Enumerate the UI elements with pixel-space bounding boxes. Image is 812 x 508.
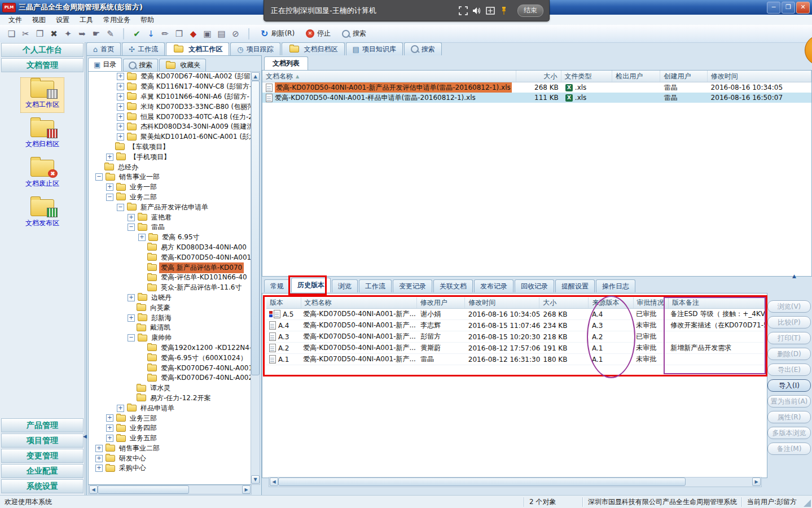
tree-item[interactable]: +采购中心 — [89, 463, 251, 474]
history-row[interactable]: A.2爱高-KD070D50-40NI-A001-新产...黄斯蔚2016-08… — [266, 343, 765, 354]
history-row[interactable]: A.1爱高-KD070D50-40NI-A001-新产...雷晶2016-08-… — [266, 354, 765, 365]
tree-item[interactable]: +业务五部 — [89, 433, 251, 444]
tree-item[interactable]: 戴清凯 — [89, 323, 251, 333]
history-column-header-审批情况[interactable]: 审批情况 — [634, 297, 669, 308]
resize-grip[interactable] — [804, 500, 811, 507]
detail-tab-历史版本[interactable]: 历史版本 — [291, 278, 331, 292]
doc-edit-icon[interactable]: ✏ — [158, 27, 172, 41]
tree-item[interactable]: +销售事业二部 — [89, 443, 251, 453]
scroll-left-icon[interactable]: ◀ — [89, 485, 98, 494]
scroll-down-icon[interactable]: ▼ — [251, 475, 260, 484]
detail-tab-提醒设置[interactable]: 提醒设置 — [555, 279, 595, 292]
fullscreen-icon[interactable] — [457, 5, 470, 17]
pointer-icon[interactable]: ☛ — [89, 27, 103, 41]
menu-item-3[interactable]: 工具 — [74, 15, 98, 25]
tree-tab-目录[interactable]: ▣目录 — [88, 58, 122, 71]
expand-plus-icon[interactable]: + — [128, 314, 135, 322]
history-column-header-修改用户[interactable]: 修改用户 — [417, 297, 465, 308]
scroll-left-icon[interactable]: ◀ — [270, 478, 278, 486]
tree-item[interactable]: −新产品开发评估申请单 — [89, 202, 251, 212]
detail-tab-浏览[interactable]: 浏览 — [332, 279, 358, 292]
doc-column-header-修改时间[interactable]: 修改时间 — [708, 71, 811, 82]
tree-horizontal-scrollbar[interactable]: ◀ ▶ — [88, 485, 252, 494]
detail-tab-变更记录[interactable]: 变更记录 — [393, 279, 432, 292]
pin-icon[interactable] — [497, 5, 511, 17]
action-button-导出(E)[interactable]: 导出(E) — [767, 364, 811, 376]
key-icon[interactable]: ✦ — [61, 27, 75, 41]
expand-plus-icon[interactable]: + — [106, 183, 113, 191]
tree-item[interactable]: −销售事业一部 — [89, 172, 251, 182]
menu-item-5[interactable]: 帮助 — [135, 15, 159, 25]
action-button-删除(D)[interactable]: 删除(D) — [767, 348, 811, 360]
doc-column-header-文档名称[interactable]: 文档名称▲ — [262, 71, 516, 82]
pen-icon[interactable]: ✎ — [103, 27, 117, 41]
expand-plus-icon[interactable]: + — [117, 83, 124, 90]
tree-hscroll-thumb[interactable] — [98, 485, 189, 494]
tree-item[interactable]: 向英豪 — [89, 303, 251, 313]
expand-plus-icon[interactable]: + — [106, 435, 113, 442]
tree-item[interactable]: −康帅帅 — [89, 333, 251, 343]
sidebar-section-变更管理[interactable]: 变更管理 — [1, 449, 84, 463]
history-column-header-版本备注[interactable]: 版本备注 — [669, 297, 765, 308]
folder-go-icon[interactable]: ➥ — [75, 27, 89, 41]
tab-工作流[interactable]: ✣工作流 — [122, 42, 165, 55]
menu-item-0[interactable]: 文件 — [3, 15, 27, 25]
tab-搜索[interactable]: 搜索 — [404, 42, 442, 55]
tree-item[interactable]: 爱高 新产品评估单-KD070 — [89, 262, 251, 273]
expand-plus-icon[interactable]: + — [106, 414, 113, 422]
tree-item[interactable]: +爱高 6.95寸 — [89, 233, 251, 243]
expand-plus-icon[interactable]: + — [95, 455, 103, 462]
doclist-scroll-up-icon[interactable]: ▲ — [792, 273, 796, 279]
collapse-minus-icon[interactable]: − — [106, 194, 113, 201]
expand-plus-icon[interactable]: + — [95, 445, 103, 452]
scroll-right-icon[interactable]: ▶ — [242, 485, 251, 494]
sidebar-item-文档发布区[interactable]: 文档发布区 — [20, 196, 64, 231]
tree-item[interactable]: −业务二部 — [89, 192, 251, 203]
tree-item[interactable]: 爱高-KD070D67-40NL-A002 — [89, 373, 251, 383]
tree-item[interactable]: +样品申请单 — [89, 403, 251, 413]
tree-item[interactable]: 爱高-6.95寸（600X1024） — [89, 353, 251, 363]
collapse-minus-icon[interactable]: − — [95, 173, 103, 181]
sidebar-section-文档管理[interactable]: 文档管理 — [1, 58, 84, 72]
action-button-打印(T)[interactable]: 打印(T) — [767, 332, 811, 344]
action-button-比较(P)[interactable]: 比较(P) — [767, 316, 811, 329]
action-button-导入(I)[interactable]: 导入(I) — [767, 379, 811, 392]
minimize-button[interactable]: ─ — [767, 2, 780, 14]
collapse-minus-icon[interactable]: − — [128, 224, 135, 231]
doc-check-icon[interactable]: ✔ — [130, 27, 144, 41]
end-session-button[interactable]: 结束 — [517, 5, 543, 17]
sidebar-collapse-icon[interactable]: ◀ — [83, 433, 87, 439]
expand-plus-icon[interactable]: + — [117, 113, 124, 121]
tree-item[interactable]: +业务三部 — [89, 413, 251, 423]
tree-item[interactable]: +业务一部 — [89, 182, 251, 192]
tab-项目知识库[interactable]: ▤项目知识库 — [346, 42, 403, 55]
menu-item-1[interactable]: 视图 — [27, 15, 51, 25]
tree-item[interactable]: 易方 KD080D34-40NI-A00 — [89, 243, 251, 253]
paste-icon[interactable]: ❐ — [33, 27, 47, 41]
tree-item[interactable]: 谭水灵 — [89, 383, 251, 393]
tree-item[interactable]: +蓝艳君 — [89, 212, 251, 222]
doc-column-header-文件类型[interactable]: 文件类型 — [561, 71, 613, 82]
tree-vertical-scrollbar[interactable]: ▲ ▼ — [251, 71, 260, 485]
expand-plus-icon[interactable]: + — [117, 73, 124, 80]
cut-icon[interactable]: ✂ — [19, 27, 33, 41]
sidebar-item-文档工作区[interactable]: 文档工作区 — [20, 77, 64, 113]
tree-item[interactable]: +杰科KD080D34-30NI-A009 (熊建洪 — [89, 122, 251, 132]
tree-item[interactable]: −雷晶 — [89, 222, 251, 233]
collapse-minus-icon[interactable]: − — [117, 204, 124, 211]
tree-item[interactable]: +爱高 KD070D67-40NL-A002 (彭留 — [89, 72, 251, 82]
action-button-置为当前(A)[interactable]: 置为当前(A) — [767, 395, 811, 408]
toolbar-button-搜索[interactable]: 搜索 — [336, 28, 372, 40]
tab-首页[interactable]: ⌂首页 — [86, 42, 121, 55]
tree-tab-收藏夹[interactable]: 收藏夹 — [159, 59, 206, 71]
expand-plus-icon[interactable]: + — [138, 234, 146, 241]
sidebar-item-文档废止区[interactable]: ✖文档废止区 — [20, 156, 64, 192]
history-row[interactable]: A.5爱高-KD070D50-40NI-A001-新产...谢小娟2016-08… — [266, 309, 765, 320]
detail-tab-操作日志[interactable]: 操作日志 — [596, 279, 635, 292]
detail-tab-关联文档[interactable]: 关联文档 — [433, 279, 473, 292]
tree-item[interactable]: 总经办 — [89, 162, 251, 172]
tree-item[interactable]: +恒晨 KD070D33-40TC-A18 (任力-2 — [89, 112, 251, 122]
expand-plus-icon[interactable]: + — [106, 424, 113, 432]
sidebar-section-系统设置[interactable]: 系统设置 — [1, 479, 84, 493]
restore-button[interactable]: ❐ — [782, 2, 795, 14]
